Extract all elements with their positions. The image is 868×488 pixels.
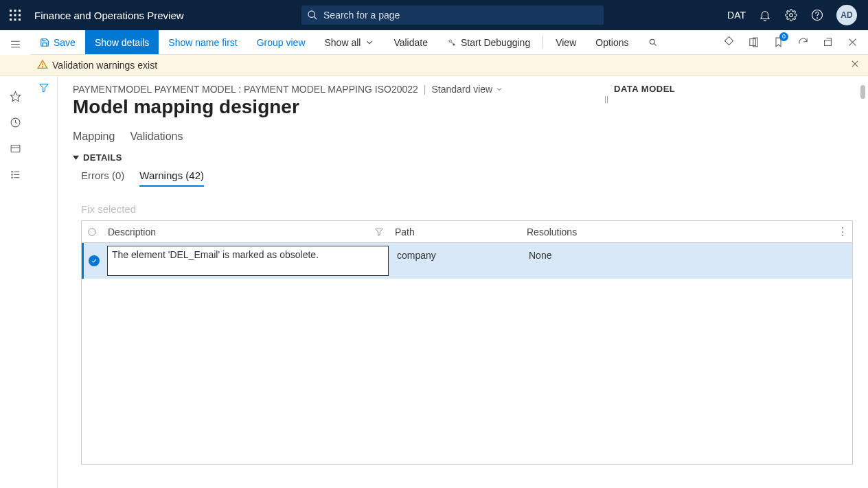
banner-close-icon[interactable] [850, 59, 860, 71]
save-button[interactable]: Save [30, 30, 85, 54]
page-tabs: Mapping Validations [73, 130, 853, 146]
refresh-icon[interactable] [795, 35, 810, 50]
details-toggle[interactable]: DETAILS [73, 152, 853, 163]
svg-rect-4 [14, 14, 16, 16]
row-resolutions-cell: None [523, 243, 852, 279]
help-icon[interactable] [810, 8, 824, 22]
app-title: Finance and Operations Preview [34, 10, 184, 21]
svg-point-29 [650, 39, 654, 44]
grid-header-row: Description Path Resolutions ⋮ [82, 221, 852, 243]
subtab-warnings[interactable]: Warnings (42) [139, 170, 204, 187]
close-page-icon[interactable] [845, 35, 860, 50]
clock-icon[interactable] [8, 115, 22, 129]
notifications-bookmark-icon[interactable]: 0 [770, 35, 786, 50]
start-debugging-button[interactable]: Start Debugging [437, 30, 540, 54]
scrollbar-thumb[interactable] [860, 85, 865, 99]
select-all-checkbox[interactable] [82, 227, 102, 237]
svg-rect-0 [10, 10, 12, 12]
top-navbar: Finance and Operations Preview Search fo… [0, 0, 868, 30]
row-path-cell: company [391, 243, 523, 279]
column-filter-icon[interactable] [374, 227, 384, 237]
table-row[interactable]: The element 'DEL_Email' is marked as obs… [82, 243, 852, 279]
fix-selected-button: Fix selected [81, 203, 853, 215]
svg-point-38 [42, 67, 43, 67]
user-avatar[interactable]: AD [836, 5, 857, 25]
svg-point-23 [11, 174, 12, 174]
svg-point-11 [790, 14, 793, 17]
show-name-first-button[interactable]: Show name first [159, 30, 247, 54]
svg-rect-8 [19, 19, 21, 21]
svg-point-27 [449, 39, 452, 42]
filter-rail [30, 75, 58, 488]
svg-point-43 [89, 228, 96, 235]
page-title: Model mapping designer [73, 96, 853, 118]
view-button[interactable]: View [546, 30, 586, 54]
grid-more-icon[interactable]: ⋮ [837, 225, 848, 238]
global-search-input[interactable]: Search for a page [301, 5, 604, 25]
gear-icon[interactable] [784, 8, 798, 22]
company-selector[interactable]: DAT [727, 10, 746, 21]
workspace-icon[interactable] [8, 141, 22, 155]
command-search-icon[interactable] [639, 30, 667, 54]
svg-rect-32 [749, 39, 755, 46]
validate-button[interactable]: Validate [384, 30, 437, 54]
chevron-down-icon [495, 85, 503, 93]
left-nav-rail [0, 30, 30, 488]
svg-marker-44 [376, 229, 383, 235]
warning-triangle-icon [37, 59, 48, 70]
group-view-button[interactable]: Group view [247, 30, 315, 54]
details-subtabs: Errors (0) Warnings (42) [81, 170, 853, 187]
svg-rect-2 [19, 10, 21, 12]
view-selector[interactable]: Standard view [431, 84, 503, 95]
show-all-dropdown[interactable]: Show all [315, 30, 385, 54]
svg-rect-3 [10, 14, 12, 16]
svg-line-10 [314, 16, 317, 19]
svg-rect-31 [724, 36, 733, 45]
attach-icon[interactable] [721, 35, 736, 50]
svg-rect-34 [824, 40, 831, 46]
hamburger-icon[interactable] [8, 37, 22, 51]
subtab-errors[interactable]: Errors (0) [81, 170, 124, 187]
modules-icon[interactable] [8, 167, 22, 181]
save-label: Save [54, 37, 76, 48]
svg-point-9 [308, 11, 315, 17]
splitter-handle[interactable] [604, 96, 608, 103]
app-launcher-icon[interactable] [5, 5, 25, 25]
show-details-button[interactable]: Show details [85, 30, 159, 54]
svg-rect-1 [14, 10, 16, 12]
filter-icon[interactable] [38, 82, 49, 96]
column-description[interactable]: Description [108, 226, 156, 237]
svg-point-28 [453, 43, 455, 45]
svg-marker-41 [40, 84, 48, 92]
row-selected-check-icon[interactable] [89, 255, 100, 266]
office-addin-icon[interactable] [746, 35, 761, 50]
data-model-panel-title: DATA MODEL [614, 84, 675, 94]
svg-line-30 [654, 43, 656, 45]
svg-point-21 [11, 171, 12, 172]
search-placeholder: Search for a page [323, 10, 400, 21]
banner-message: Validation warnings exist [52, 60, 157, 71]
main-content: PAYMENTMODEL PAYMENT MODEL : PAYMENT MOD… [58, 75, 868, 488]
svg-point-13 [817, 18, 818, 19]
row-description-cell[interactable]: The element 'DEL_Email' is marked as obs… [107, 246, 389, 276]
validation-warning-banner: Validation warnings exist [0, 55, 868, 75]
tab-validations[interactable]: Validations [130, 130, 183, 146]
bell-icon[interactable] [758, 8, 772, 22]
column-path[interactable]: Path [395, 226, 415, 237]
tab-mapping[interactable]: Mapping [73, 130, 115, 146]
breadcrumb-text: PAYMENTMODEL PAYMENT MODEL : PAYMENT MOD… [73, 84, 418, 95]
svg-point-25 [11, 177, 12, 178]
column-resolutions[interactable]: Resolutions [527, 226, 577, 237]
star-icon[interactable] [8, 89, 22, 103]
svg-marker-17 [10, 91, 20, 101]
svg-rect-7 [14, 19, 16, 21]
command-bar: Save Show details Show name first Group … [0, 30, 868, 55]
svg-marker-42 [73, 156, 79, 160]
svg-rect-5 [19, 14, 21, 16]
options-button[interactable]: Options [586, 30, 638, 54]
notification-count-badge: 0 [779, 32, 788, 41]
popout-icon[interactable] [820, 35, 835, 50]
svg-rect-19 [11, 145, 20, 152]
warnings-grid: Description Path Resolutions ⋮ The eleme… [81, 220, 853, 465]
svg-rect-6 [10, 19, 12, 21]
